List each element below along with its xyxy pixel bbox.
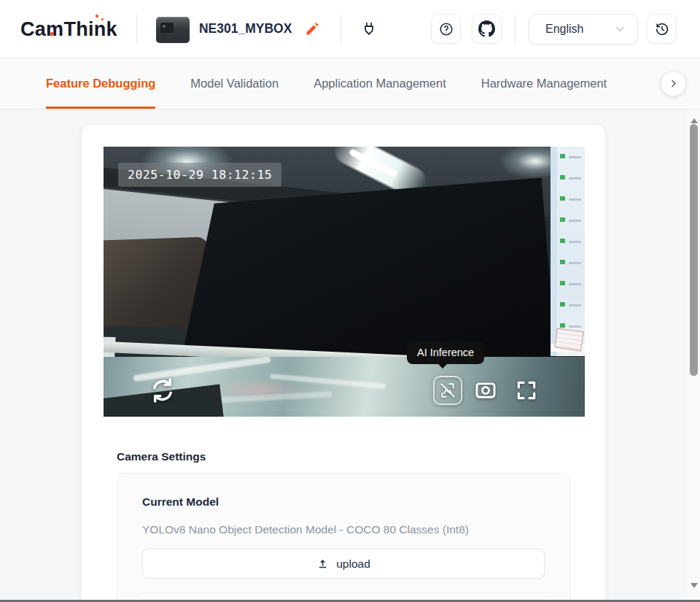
upload-model-button[interactable]: upload	[142, 549, 545, 579]
ai-inference-toggle-button[interactable]	[433, 376, 462, 405]
logo-text-cam: Cam	[20, 18, 63, 40]
header-divider	[515, 15, 516, 44]
logo-dot-icon	[50, 32, 54, 36]
fullscreen-icon	[515, 379, 538, 402]
header-actions: English	[431, 14, 700, 45]
snapshot-button[interactable]	[473, 378, 498, 406]
vertical-scrollbar[interactable]	[688, 109, 700, 602]
upload-icon	[316, 557, 329, 570]
fullscreen-button[interactable]	[515, 379, 538, 405]
tab-model-validation[interactable]: Model Validation	[190, 58, 279, 109]
scroll-up-arrow-icon[interactable]	[691, 115, 698, 123]
tabs-scroll-right-button[interactable]	[661, 72, 685, 96]
camthink-logo: CamThink	[20, 18, 117, 39]
upload-button-label: upload	[336, 557, 370, 571]
plug-icon	[360, 20, 378, 38]
camera-live-view: 2025-10-29 18:12:15 AI Inference	[104, 147, 585, 417]
header-divider	[341, 15, 341, 44]
current-model-label: Current Model	[142, 495, 545, 509]
language-select[interactable]: English	[529, 14, 638, 45]
app-header: CamThink NE301_MYBOX English	[0, 0, 700, 58]
tab-application-management[interactable]: Application Management	[314, 58, 446, 109]
scene-highlight	[211, 379, 306, 401]
main-tabbar: Feature Debugging Model Validation Appli…	[0, 58, 700, 109]
language-selected-value: English	[545, 23, 583, 36]
github-button[interactable]	[472, 14, 502, 44]
scene-bright-monitor-text	[569, 156, 581, 339]
logo-dot-icon	[96, 15, 98, 18]
page-content: 2025-10-29 18:12:15 AI Inference Camera …	[0, 109, 700, 602]
scene-bright-monitor	[551, 147, 585, 356]
camera-settings-card: Current Model YOLOv8 Nano Object Detecti…	[117, 473, 570, 602]
settings-divider	[142, 593, 545, 593]
edit-device-name-button[interactable]	[303, 20, 322, 39]
scene-bright-monitor-sidebar	[551, 147, 557, 356]
current-model-value: YOLOv8 Nano Object Detection Model - COC…	[142, 523, 545, 536]
scrollbar-thumb[interactable]	[690, 124, 698, 376]
device-name: NE301_MYBOX	[199, 21, 292, 36]
tab-feature-debugging[interactable]: Feature Debugging	[46, 58, 155, 109]
chevron-down-icon	[613, 23, 626, 36]
scroll-down-arrow-icon[interactable]	[691, 583, 698, 592]
header-divider	[136, 15, 137, 44]
pencil-icon	[305, 21, 320, 36]
video-timestamp-overlay: 2025-10-29 18:12:15	[118, 163, 281, 187]
help-icon	[438, 21, 454, 37]
history-icon	[654, 21, 670, 37]
ai-inference-tooltip: AI Inference	[407, 341, 484, 364]
ai-inference-disabled-icon	[438, 381, 457, 400]
camera-settings-title: Camera Settings	[117, 450, 570, 463]
history-button[interactable]	[647, 14, 677, 44]
scene-bright-monitor-icons	[560, 154, 565, 336]
logo-text-think: Think	[63, 18, 117, 40]
help-button[interactable]	[431, 14, 461, 44]
refresh-stream-button[interactable]	[149, 377, 176, 407]
camera-icon	[473, 378, 498, 403]
device-thumbnail	[156, 15, 190, 43]
logo-dot-icon	[101, 18, 104, 20]
chevron-right-icon	[668, 78, 680, 90]
refresh-icon	[149, 377, 176, 404]
feature-debugging-card: 2025-10-29 18:12:15 AI Inference Camera …	[81, 124, 606, 602]
tab-hardware-management[interactable]: Hardware Management	[481, 58, 607, 109]
plug-connection-button[interactable]	[360, 20, 378, 38]
device-lens-icon	[160, 23, 174, 33]
github-icon	[478, 20, 495, 37]
scene-sticky-note	[554, 328, 583, 352]
